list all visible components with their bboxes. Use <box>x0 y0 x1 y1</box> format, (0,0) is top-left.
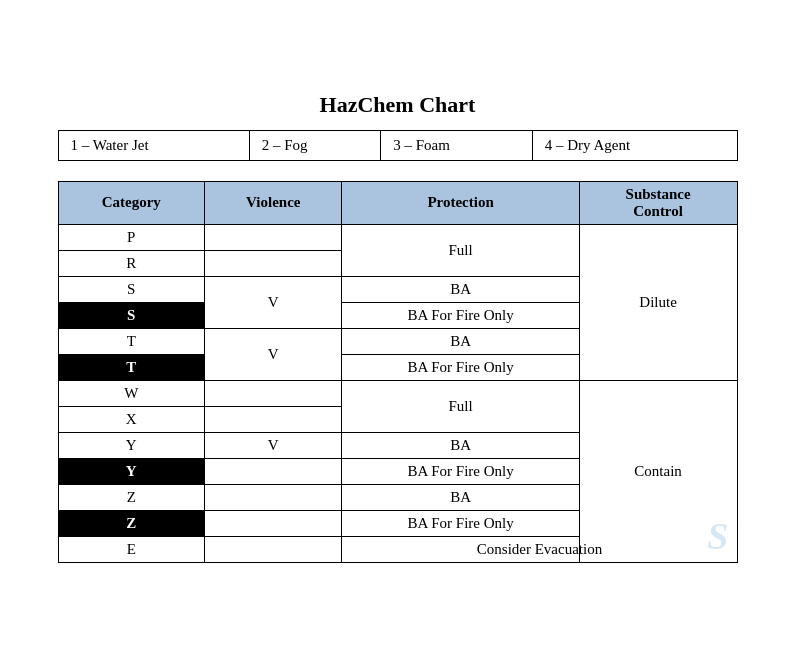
violence-cell <box>205 250 342 276</box>
category-cell: Z <box>58 510 205 536</box>
protection-cell: BA <box>342 484 579 510</box>
protection-cell: Full <box>342 380 579 432</box>
violence-cell <box>205 484 342 510</box>
header-protection: Protection <box>342 181 579 224</box>
category-cell: Y <box>58 432 205 458</box>
table-row: W Full Contain S <box>58 380 737 406</box>
violence-cell <box>205 406 342 432</box>
header-substance-control: SubstanceControl <box>579 181 737 224</box>
violence-cell: V <box>205 276 342 328</box>
category-cell: X <box>58 406 205 432</box>
protection-cell: BA <box>342 432 579 458</box>
header-category: Category <box>58 181 205 224</box>
violence-cell <box>205 458 342 484</box>
control-cell: Contain S <box>579 380 737 562</box>
table-row: P Full Dilute <box>58 224 737 250</box>
protection-cell: BA For Fire Only <box>342 302 579 328</box>
protection-cell: Full <box>342 224 579 276</box>
page-title: HazChem Chart <box>58 92 738 118</box>
category-cell: P <box>58 224 205 250</box>
violence-cell <box>205 510 342 536</box>
page-container: HazChem Chart 1 – Water Jet 2 – Fog 3 – … <box>38 72 758 583</box>
protection-cell: BA <box>342 328 579 354</box>
violence-cell <box>205 536 342 562</box>
category-cell: T <box>58 328 205 354</box>
category-cell: Z <box>58 484 205 510</box>
protection-cell: BA For Fire Only <box>342 354 579 380</box>
header-violence: Violence <box>205 181 342 224</box>
control-cell: Dilute <box>579 224 737 380</box>
protection-cell: BA For Fire Only <box>342 458 579 484</box>
category-cell: S <box>58 302 205 328</box>
protection-cell: BA <box>342 276 579 302</box>
category-cell: E <box>58 536 205 562</box>
category-cell: R <box>58 250 205 276</box>
legend-item-1: 1 – Water Jet <box>58 130 249 160</box>
violence-cell <box>205 380 342 406</box>
watermark: S <box>707 514 728 558</box>
violence-cell: V <box>205 432 342 458</box>
protection-cell: BA For Fire Only <box>342 510 579 536</box>
legend-item-2: 2 – Fog <box>249 130 380 160</box>
legend-item-4: 4 – Dry Agent <box>532 130 737 160</box>
chart-table: Category Violence Protection SubstanceCo… <box>58 181 738 563</box>
category-cell: T <box>58 354 205 380</box>
legend-item-3: 3 – Foam <box>381 130 533 160</box>
legend-table: 1 – Water Jet 2 – Fog 3 – Foam 4 – Dry A… <box>58 130 738 161</box>
category-cell: W <box>58 380 205 406</box>
violence-cell <box>205 224 342 250</box>
category-cell: S <box>58 276 205 302</box>
violence-cell: V <box>205 328 342 380</box>
category-cell: Y <box>58 458 205 484</box>
